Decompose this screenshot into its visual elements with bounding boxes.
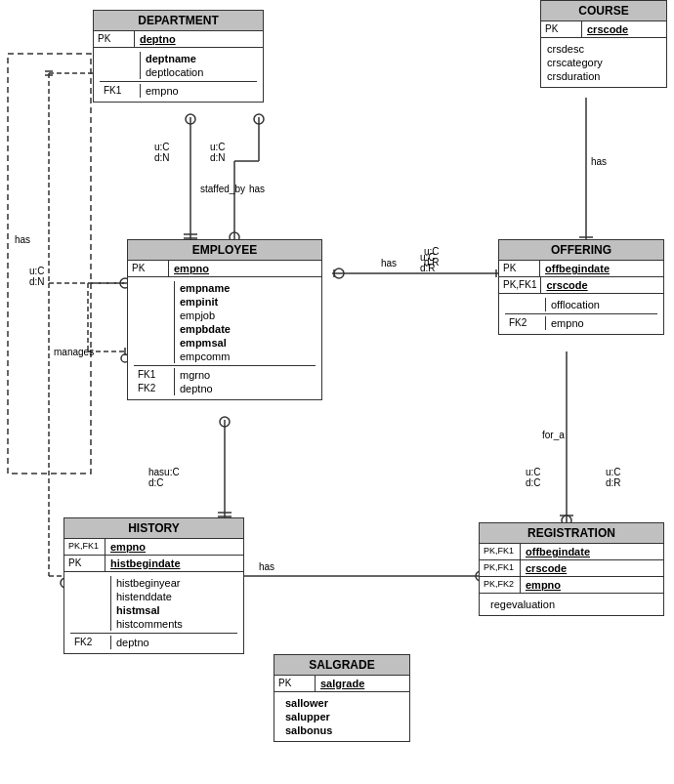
salgrade-title: SALGRADE (274, 655, 409, 676)
emp-fk1-field: mgrno (175, 368, 215, 382)
offering-entity: OFFERING PK offbegindate PK,FK1 crscode … (498, 239, 664, 335)
offering-title: OFFERING (499, 240, 663, 261)
emp-attr-empbdate: empbdate (175, 322, 235, 336)
history-pk-field: histbegindate (105, 556, 186, 571)
has-left-label: has (15, 234, 30, 245)
hasu-label: hasu:Cd:C (148, 467, 180, 488)
dept-fk1-field: empno (141, 84, 184, 98)
history-attr-histcomments: histcomments (111, 617, 188, 631)
offering-pk-label: PK (499, 261, 540, 276)
svg-point-24 (334, 268, 344, 278)
offering-attr-offlocation: offlocation (546, 298, 605, 311)
dept-pk-field: deptno (135, 31, 181, 47)
emp-attr-empname: empname (175, 281, 234, 295)
course-attr-crsduration: crsduration (547, 69, 660, 83)
offering-pkfk1-field: crscode (541, 277, 592, 293)
dept-pk-label: PK (94, 31, 135, 47)
has-hist-label: has (259, 561, 274, 572)
offering-pk-field: offbegindate (540, 261, 614, 276)
history-entity: HISTORY PK,FK1 empno PK histbegindate hi… (63, 517, 244, 654)
uC-dN-left-label: u:Cd:N (29, 266, 45, 287)
course-attrs: crsdesc crscategory crsduration (541, 38, 666, 87)
for-a-label: for_a (542, 430, 565, 440)
reg-pkfk1b-label: PK,FK1 (480, 560, 521, 576)
uC-dN-emp-label: u:Cd:N (210, 142, 226, 163)
course-attr-crscategory: crscategory (547, 56, 660, 69)
svg-rect-10 (8, 54, 91, 474)
dept-attr-deptlocation: deptlocation (141, 65, 208, 79)
erd-diagram: DEPARTMENT PK deptno deptname deptlocati… (0, 0, 674, 784)
department-entity: DEPARTMENT PK deptno deptname deptlocati… (93, 10, 264, 103)
manages-label: manages (54, 347, 94, 357)
dept-fk1-label: FK1 (100, 84, 141, 98)
offering-pkfk1-label: PK,FK1 (499, 277, 541, 293)
emp-pk-label: PK (128, 261, 169, 276)
salgrade-pk-field: salgrade (316, 676, 369, 691)
uC-dR-course-label: has (591, 156, 607, 167)
employee-title: EMPLOYEE (128, 240, 321, 261)
salgrade-attrs: sallower salupper salbonus (274, 692, 409, 741)
emp-attr-empinit: empinit (175, 295, 223, 309)
svg-point-2 (186, 114, 195, 124)
emp-attr-empmsal: empmsal (175, 336, 232, 350)
emp-pk-field: empno (169, 261, 214, 276)
svg-point-20 (220, 417, 230, 427)
history-attr-histmsal: histmsal (111, 603, 165, 617)
salgrade-attr-salbonus: salbonus (280, 723, 403, 737)
course-pk-label: PK (541, 21, 582, 37)
emp-attrs: empname empinit empjob empbdate empmsal … (128, 277, 321, 399)
salgrade-pk-label: PK (274, 676, 316, 691)
has-emp-off-label: has (381, 258, 397, 268)
reg-pkfk2-field: empno (521, 577, 566, 593)
dept-fk-label2 (100, 65, 141, 79)
reg-pkfk1a-field: offbegindate (521, 544, 595, 559)
department-title: DEPARTMENT (94, 11, 263, 31)
salgrade-entity: SALGRADE PK salgrade sallower salupper s… (274, 654, 410, 742)
registration-title: REGISTRATION (480, 523, 663, 544)
svg-point-8 (254, 114, 264, 124)
history-fk2-field: deptno (111, 636, 154, 649)
reg-pkfk2-label: PK,FK2 (480, 577, 521, 593)
salgrade-attr-sallower: sallower (280, 696, 403, 710)
history-title: HISTORY (64, 518, 243, 539)
course-attr-crsdesc: crsdesc (547, 42, 660, 56)
uC-dN-dept-label: u:Cd:N (154, 142, 170, 163)
emp-fk2-field: deptno (175, 382, 218, 395)
history-attr-histbeginyear: histbeginyear (111, 576, 185, 590)
reg-attrs: regevaluation (480, 594, 663, 615)
offering-fk2-field: empno (546, 316, 589, 330)
course-title: COURSE (541, 1, 666, 21)
registration-entity: REGISTRATION PK,FK1 offbegindate PK,FK1 … (479, 522, 664, 616)
history-pkfk1-field: empno (105, 539, 150, 555)
reg-attr-regevaluation: regevaluation (485, 598, 657, 611)
history-attr-histenddate: histenddate (111, 590, 177, 603)
emp-attr-empcomm: empcomm (175, 350, 234, 363)
employee-entity: EMPLOYEE PK empno empname empinit empjob… (127, 239, 322, 400)
course-pk-field: crscode (582, 21, 633, 37)
has-dept-label: has (249, 184, 265, 194)
history-pk-label: PK (64, 556, 105, 571)
dept-attrs: deptname deptlocation FK1 empno (94, 48, 263, 102)
uC-dC-reg-label: u:Cd:C (526, 467, 541, 488)
reg-pkfk1a-label: PK,FK1 (480, 544, 521, 559)
reg-pkfk1b-field: crscode (521, 560, 571, 576)
salgrade-attr-salupper: salupper (280, 710, 403, 723)
uC-dR-main-label: u:Cd:R (424, 246, 440, 268)
emp-attr-empjob: empjob (175, 309, 220, 322)
uC-dR-reg-label: u:Cd:R (606, 467, 621, 488)
history-pkfk1-label: PK,FK1 (64, 539, 105, 555)
offering-attrs: offlocation FK2 empno (499, 294, 663, 334)
dept-attr-deptname: deptname (141, 52, 201, 65)
staffed-by-label: staffed_by (200, 184, 245, 194)
dept-fk-label (100, 52, 141, 65)
history-attrs: histbeginyear histenddate histmsal histc… (64, 572, 243, 653)
course-entity: COURSE PK crscode crsdesc crscategory cr… (540, 0, 667, 88)
